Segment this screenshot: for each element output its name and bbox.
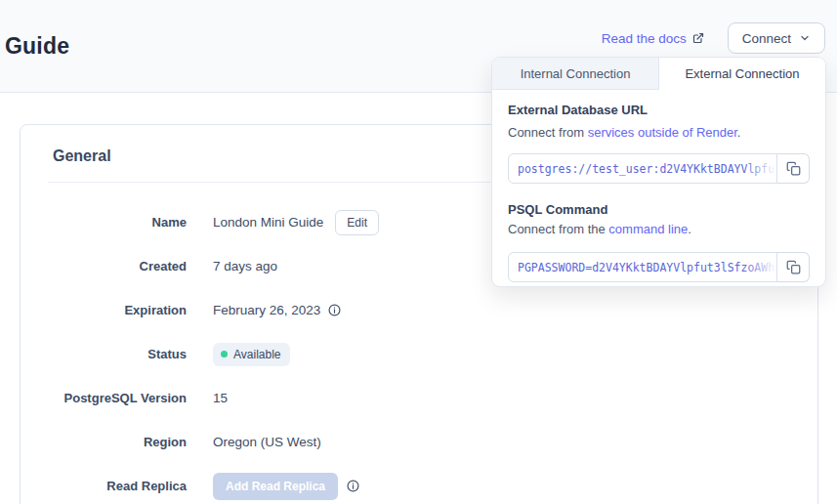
status-available-dot [221, 351, 228, 357]
page-title: Guide [5, 33, 69, 60]
region-value: Oregon (US West) [213, 435, 321, 449]
field-row-read-replica: Read Replica Add Read Replica [21, 464, 817, 504]
copy-external-url-button[interactable] [776, 153, 810, 184]
add-read-replica-button[interactable]: Add Read Replica [213, 473, 338, 500]
connect-popover: Internal Connection External Connection … [491, 57, 826, 287]
edit-name-button[interactable]: Edit [335, 210, 379, 235]
field-row-expiration: Expiration February 26, 2023 [21, 288, 817, 332]
psql-command-input[interactable]: PGPASSWORD=d2V4YKktBDAYVlpfut3lSfzoAWhwb… [508, 252, 777, 282]
services-outside-render-link[interactable]: services outside of Render [588, 125, 737, 140]
created-value: 7 days ago [213, 259, 277, 273]
created-label: Created [21, 259, 187, 273]
connect-button[interactable]: Connect [728, 22, 825, 54]
psql-command-heading: PSQL Command [508, 202, 810, 217]
connection-tabs: Internal Connection External Connection [492, 58, 825, 90]
expiration-info-icon[interactable] [328, 304, 341, 316]
status-badge: Available [213, 343, 290, 366]
connect-button-label: Connect [742, 31, 791, 46]
external-database-url-heading: External Database URL [508, 103, 810, 117]
name-label: Name [21, 215, 187, 230]
header-actions: Read the docs Connect [602, 22, 825, 54]
copy-icon [786, 161, 801, 176]
desc-text: . [737, 125, 741, 140]
desc-text: . [688, 222, 691, 236]
read-replica-info-icon[interactable] [347, 480, 359, 492]
command-line-link[interactable]: command line [608, 222, 688, 236]
name-value: London Mini Guide [213, 215, 323, 230]
read-replica-label: Read Replica [21, 479, 187, 493]
external-database-url-desc: Connect from services outside of Render. [508, 125, 810, 140]
region-label: Region [21, 435, 187, 449]
desc-text: Connect from the [508, 222, 608, 236]
tab-internal-connection[interactable]: Internal Connection [492, 58, 659, 90]
psql-command-desc: Connect from the command line. [508, 222, 810, 236]
field-row-region: Region Oregon (US West) [21, 420, 817, 464]
psql-command-input-group: PGPASSWORD=d2V4YKktBDAYVlpfut3lSfzoAWhwb… [508, 252, 810, 282]
external-url-input-group: postgres://test_user:d2V4YKktBDAYVlpfut3… [508, 153, 810, 184]
status-badge-label: Available [233, 348, 280, 361]
postgres-version-value: 15 [213, 391, 228, 405]
tab-external-connection[interactable]: External Connection [659, 58, 825, 90]
field-row-postgres-version: PostgreSQL Version 15 [21, 376, 817, 420]
postgres-version-label: PostgreSQL Version [21, 391, 187, 405]
read-the-docs-label: Read the docs [602, 31, 687, 46]
desc-text: Connect from [508, 125, 588, 140]
external-url-input[interactable]: postgres://test_user:d2V4YKktBDAYVlpfut3… [508, 153, 777, 184]
chevron-down-icon [799, 32, 811, 44]
read-the-docs-link[interactable]: Read the docs [602, 31, 704, 46]
expiration-label: Expiration [21, 303, 187, 317]
external-link-icon [692, 32, 704, 44]
field-row-status: Status Available [21, 332, 817, 376]
external-connection-panel: External Database URL Connect from servi… [492, 90, 825, 282]
status-label: Status [21, 347, 187, 361]
expiration-value: February 26, 2023 [213, 303, 320, 317]
copy-psql-command-button[interactable] [776, 252, 810, 282]
copy-icon [786, 260, 801, 274]
